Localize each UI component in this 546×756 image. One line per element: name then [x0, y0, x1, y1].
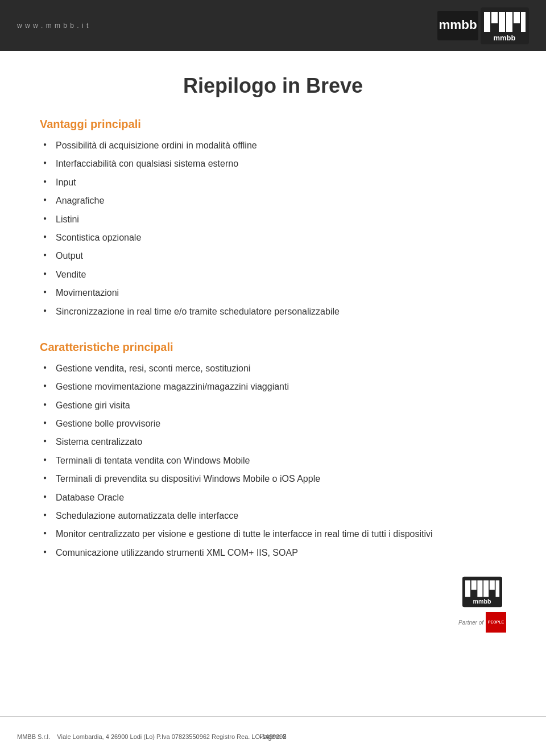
list-item: Sincronizzazione in real time e/o tramit… — [40, 305, 506, 318]
svg-rect-15 — [483, 581, 489, 597]
svg-rect-12 — [465, 581, 470, 597]
people-partner-badge: PEOPLE — [486, 612, 506, 633]
caratteristiche-list: Gestione vendita, resi, sconti merce, so… — [40, 362, 506, 559]
main-content: Riepilogo in Breve Vantaggi principali P… — [0, 51, 546, 701]
list-item: Gestione bolle provvisorie — [40, 418, 506, 430]
svg-rect-8 — [514, 12, 520, 23]
list-item: Possibilità di acquisizione ordini in mo… — [40, 139, 506, 152]
page-title: Riepilogo in Breve — [40, 74, 506, 98]
mmbb-logo-header: mmbb — [435, 9, 481, 43]
footer: MMBB S.r.l. Viale Lombardia, 4 26900 Lod… — [0, 716, 546, 756]
list-item: Vendite — [40, 268, 506, 281]
partner-of-label: Partner of — [458, 619, 483, 626]
svg-rect-13 — [471, 581, 477, 590]
svg-rect-4 — [484, 12, 490, 32]
mmbb-logo-bottom: mmbb — [462, 576, 502, 608]
svg-rect-5 — [491, 12, 498, 23]
list-item: Input — [40, 176, 506, 189]
list-item: Database Oracle — [40, 491, 506, 504]
header-url: w w w . m m b b . i t — [17, 22, 89, 30]
list-item: Monitor centralizzato per visione e gest… — [40, 528, 506, 540]
list-item: Terminali di prevendita su dispositivi W… — [40, 473, 506, 485]
svg-rect-14 — [477, 581, 482, 597]
svg-rect-7 — [506, 12, 512, 32]
list-item: Sistema centralizzato — [40, 436, 506, 448]
header-bar: w w w . m m b b . i t mmbb mmbb — [0, 0, 546, 51]
mmbb-logo-icon: mmbb — [481, 7, 529, 44]
list-item: Output — [40, 250, 506, 262]
footer-page-number: Pagina 8 — [259, 733, 286, 741]
footer-company-info: MMBB S.r.l. Viale Lombardia, 4 26900 Lod… — [17, 733, 287, 740]
svg-rect-16 — [490, 581, 495, 590]
footer-company: MMBB S.r.l. — [17, 733, 50, 740]
svg-rect-6 — [499, 12, 505, 32]
svg-text:mmbb: mmbb — [494, 34, 516, 42]
list-item: Interfacciabilità con qualsiasi sistema … — [40, 158, 506, 170]
bottom-logo-group: mmbb Partner of PEOPLE — [458, 576, 506, 633]
list-item: Listini — [40, 213, 506, 226]
footer-address: Viale Lombardia, 4 26900 Lodi (Lo) P.Iva… — [57, 733, 286, 740]
svg-text:mmbb: mmbb — [473, 598, 492, 605]
list-item: Schedulazione automatizzata delle interf… — [40, 510, 506, 522]
svg-rect-17 — [496, 581, 500, 597]
svg-rect-9 — [521, 12, 526, 32]
list-item: Comunicazione utilizzando strumenti XML … — [40, 547, 506, 559]
caratteristiche-title: Caratteristiche principali — [40, 341, 506, 354]
list-item: Gestione movimentazione magazzini/magazz… — [40, 381, 506, 393]
list-item: Terminali di tentata vendita con Windows… — [40, 455, 506, 467]
svg-text:mmbb: mmbb — [439, 18, 477, 32]
list-item: Movimentazioni — [40, 287, 506, 299]
list-item: Gestione giri visita — [40, 399, 506, 412]
list-item: Scontistica opzionale — [40, 232, 506, 244]
logo-container: mmbb mmbb — [435, 7, 529, 44]
vantaggi-list: Possibilità di acquisizione ordini in mo… — [40, 139, 506, 318]
list-item: Gestione vendita, resi, sconti merce, so… — [40, 362, 506, 375]
vantaggi-title: Vantaggi principali — [40, 118, 506, 131]
list-item: Anagrafiche — [40, 195, 506, 207]
